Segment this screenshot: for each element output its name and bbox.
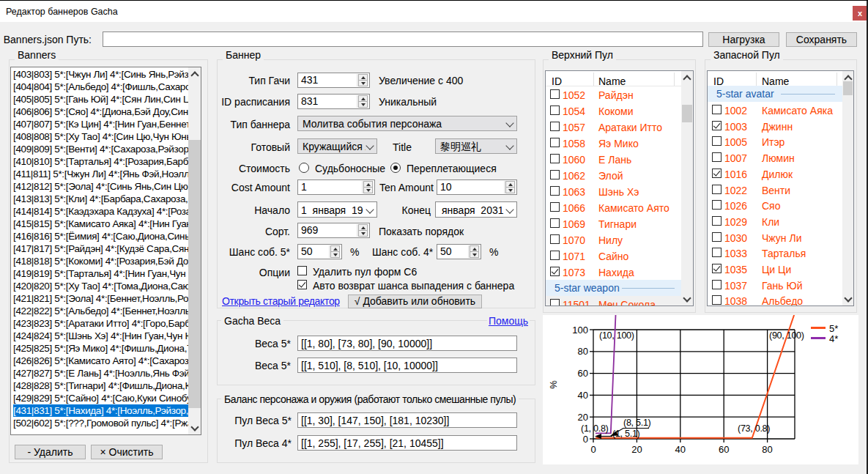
- svg-text:20: 20: [631, 444, 642, 455]
- svg-text:80: 80: [578, 346, 588, 357]
- svg-text:100: 100: [572, 325, 588, 336]
- svg-text:%: %: [548, 380, 559, 389]
- svg-text:80: 80: [762, 444, 772, 455]
- svg-text:0: 0: [583, 434, 588, 445]
- svg-text:(90, 100): (90, 100): [769, 330, 804, 341]
- svg-text:(10, 100): (10, 100): [599, 330, 634, 341]
- svg-text:(8, 5.1): (8, 5.1): [623, 418, 651, 428]
- svg-text:(73, 0.8): (73, 0.8): [738, 423, 770, 434]
- svg-text:4*: 4*: [829, 333, 838, 344]
- svg-text:20: 20: [578, 412, 588, 423]
- svg-text:0: 0: [590, 444, 596, 455]
- svg-text:(1, 0.8): (1, 0.8): [581, 423, 609, 434]
- svg-text:60: 60: [719, 444, 729, 455]
- svg-text:40: 40: [675, 444, 686, 455]
- svg-text:40: 40: [578, 390, 588, 401]
- svg-text:5*: 5*: [829, 323, 838, 334]
- svg-text:60: 60: [578, 368, 588, 379]
